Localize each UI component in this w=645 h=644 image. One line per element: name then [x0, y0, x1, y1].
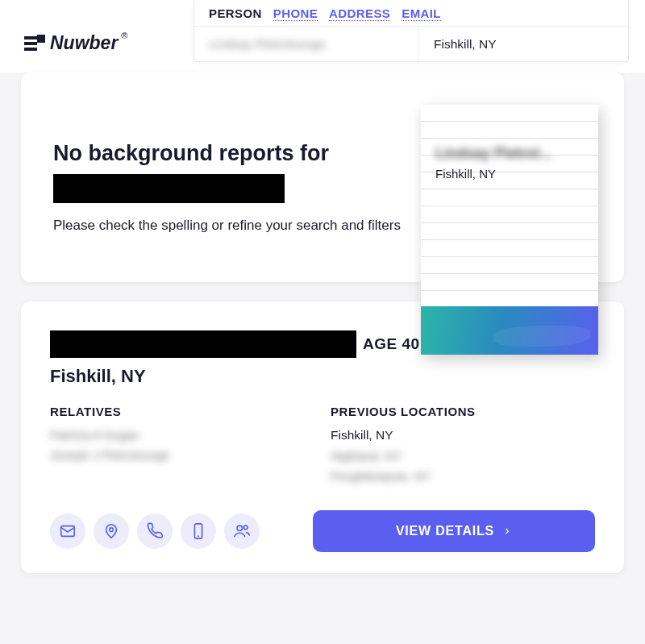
- relative-item: Patricia A Dugan: [50, 428, 314, 442]
- result-location: Fishkill, NY: [50, 366, 595, 387]
- tab-email[interactable]: EMAIL: [402, 6, 441, 21]
- prevloc-item: Fishkill, NY: [331, 428, 595, 442]
- result-actions: VIEW DETAILS: [50, 510, 595, 552]
- prevloc-item: Poughkeepsie, NY: [331, 469, 595, 483]
- result-columns: RELATIVES Patricia A Dugan Joseph J Piet…: [50, 405, 595, 489]
- action-icons: [50, 513, 260, 549]
- age-label: AGE 40: [363, 335, 420, 353]
- search-tabs: PERSON PHONE ADDRESS EMAIL: [194, 0, 628, 26]
- prevloc-title: PREVIOUS LOCATIONS: [331, 405, 595, 418]
- phone-icon[interactable]: [137, 513, 173, 549]
- search-inputs: Lindsay Pietrolounge Fishkill, NY: [194, 26, 628, 61]
- tab-person[interactable]: PERSON: [209, 6, 262, 21]
- view-details-label: VIEW DETAILS: [396, 524, 494, 538]
- view-details-button[interactable]: VIEW DETAILS: [313, 510, 595, 552]
- location-pin-icon[interactable]: [94, 513, 129, 549]
- tab-address[interactable]: ADDRESS: [329, 6, 390, 21]
- chevron-right-icon: [502, 526, 512, 536]
- report-folder-graphic: Lindsay Pietrol... Fishkill, NY: [421, 105, 598, 355]
- brand-name: Nuwber: [50, 32, 118, 54]
- search-location-input[interactable]: Fishkill, NY: [418, 27, 628, 61]
- folder-footer-gradient: [421, 306, 598, 355]
- search-bar: PERSON PHONE ADDRESS EMAIL Lindsay Pietr…: [194, 0, 629, 62]
- search-name-value: Lindsay Pietrolounge: [209, 37, 326, 52]
- svg-point-4: [237, 526, 242, 530]
- prevloc-item: Highland, NY: [331, 449, 595, 463]
- brand-logo[interactable]: Nuwber ®: [24, 32, 127, 54]
- relatives-column: RELATIVES Patricia A Dugan Joseph J Piet…: [50, 405, 314, 489]
- search-name-input[interactable]: Lindsay Pietrolounge: [194, 27, 418, 61]
- search-location-value: Fishkill, NY: [434, 37, 497, 52]
- mobile-icon[interactable]: [181, 513, 216, 549]
- folder-location: Fishkill, NY: [435, 167, 584, 181]
- folder-name-blurred: Lindsay Pietrol...: [435, 145, 584, 162]
- relatives-title: RELATIVES: [50, 405, 314, 418]
- redacted-result-name: [50, 330, 356, 358]
- redacted-name: [53, 174, 285, 203]
- prevloc-column: PREVIOUS LOCATIONS Fishkill, NY Highland…: [331, 405, 595, 489]
- registered-mark: ®: [121, 31, 127, 40]
- svg-point-1: [110, 528, 114, 532]
- relative-item: Joseph J Pietrolounge: [50, 448, 314, 462]
- tab-phone[interactable]: PHONE: [273, 6, 318, 21]
- logo-stripes-icon: [24, 35, 47, 52]
- svg-point-5: [243, 526, 248, 530]
- folder-paper: Lindsay Pietrol... Fishkill, NY: [421, 105, 598, 306]
- people-icon[interactable]: [224, 513, 260, 549]
- email-icon[interactable]: [50, 513, 85, 549]
- header: Nuwber ® PERSON PHONE ADDRESS EMAIL Lind…: [0, 0, 645, 73]
- no-reports-card: No background reports for Please check t…: [21, 73, 624, 282]
